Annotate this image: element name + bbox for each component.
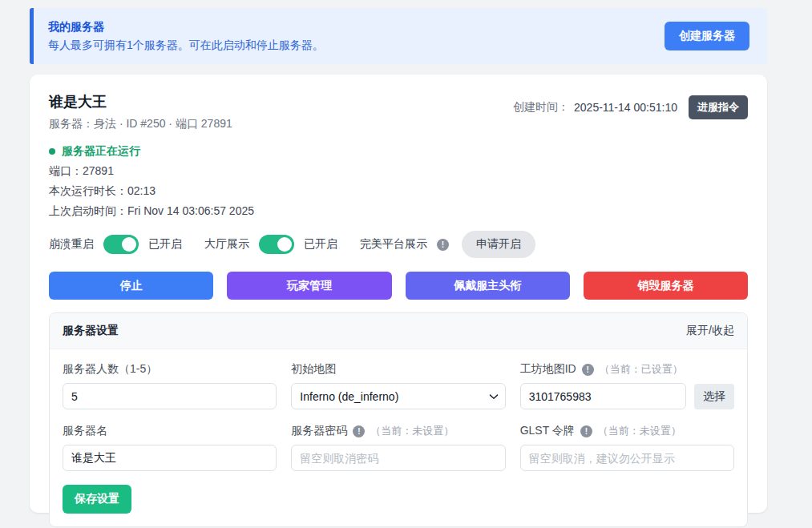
banner-text: 我的服务器 每人最多可拥有1个服务器。可在此启动和停止服务器。 [48, 20, 324, 53]
crash-restart-label: 崩溃重启 [49, 237, 94, 252]
destroy-server-button[interactable]: 销毁服务器 [584, 272, 748, 300]
server-password-input[interactable] [291, 445, 505, 471]
server-name-label: 服务器名 [63, 424, 107, 438]
toggles-row: 崩溃重启 已开启 大厅展示 已开启 完美平台展示 ! 申请开启 [49, 231, 748, 258]
created-time-label: 创建时间： [513, 100, 569, 115]
crash-restart-toggle[interactable] [103, 235, 139, 254]
players-field: 服务器人数（1-5） [63, 362, 277, 409]
server-card-header: 谁是大王 服务器：身法 · ID #250 · 端口 27891 创建时间： 2… [49, 92, 748, 131]
workshop-map-input[interactable] [520, 383, 686, 409]
glst-token-hint: （当前：未设置） [598, 424, 681, 438]
settings-title: 服务器设置 [63, 324, 119, 338]
save-settings-button[interactable]: 保存设置 [63, 485, 131, 514]
server-password-field: 服务器密码 ! （当前：未设置） [291, 424, 505, 471]
server-status-row: 服务器正在运行 [49, 144, 748, 159]
initial-map-select[interactable]: Inferno (de_inferno) [291, 383, 505, 409]
glst-token-input[interactable] [520, 445, 734, 471]
settings-form-grid: 服务器人数（1-5） 初始地图 Inferno (de_inferno) [63, 362, 734, 471]
glst-token-info-icon[interactable]: ! [580, 425, 592, 437]
perfect-platform-label: 完美平台展示 [360, 237, 427, 252]
workshop-map-info-icon[interactable]: ! [582, 364, 594, 376]
join-command-button[interactable]: 进服指令 [689, 95, 748, 119]
status-text: 服务器正在运行 [62, 144, 140, 159]
crash-restart-state: 已开启 [148, 237, 182, 252]
server-password-label: 服务器密码 [291, 424, 347, 438]
glst-token-field: GLST 令牌 ! （当前：未设置） [520, 424, 734, 471]
server-meta: 服务器：身法 · ID #250 · 端口 27891 [49, 117, 232, 131]
choose-map-button[interactable]: 选择 [694, 384, 734, 409]
server-settings-card: 服务器设置 展开/收起 服务器人数（1-5） 初始地图 [49, 312, 748, 527]
players-input[interactable] [63, 383, 277, 409]
expand-collapse-link[interactable]: 展开/收起 [686, 324, 734, 338]
initial-map-label: 初始地图 [291, 362, 336, 377]
toggle-knob [277, 237, 292, 252]
create-server-button[interactable]: 创建服务器 [665, 22, 749, 50]
initial-map-field: 初始地图 Inferno (de_inferno) [291, 362, 505, 409]
players-label: 服务器人数（1-5） [63, 362, 157, 377]
server-password-hint: （当前：未设置） [370, 424, 454, 438]
created-time-value: 2025-11-14 00:51:10 [574, 101, 677, 114]
lobby-display-label: 大厅展示 [204, 237, 249, 252]
stop-server-button[interactable]: 停止 [49, 272, 213, 300]
lobby-display-state: 已开启 [304, 237, 337, 252]
uptime-line: 本次运行时长：02:13 [49, 184, 748, 199]
lobby-display-toggle[interactable] [259, 235, 294, 254]
server-name-input[interactable] [63, 445, 277, 471]
apply-enable-button[interactable]: 申请开启 [462, 231, 535, 258]
server-card: 谁是大王 服务器：身法 · ID #250 · 端口 27891 创建时间： 2… [30, 75, 767, 513]
settings-body: 服务器人数（1-5） 初始地图 Inferno (de_inferno) [50, 349, 747, 526]
perfect-platform-info-icon[interactable]: ! [437, 239, 449, 251]
action-buttons-row: 停止 玩家管理 佩戴服主头衔 销毁服务器 [49, 272, 748, 300]
server-password-info-icon[interactable]: ! [353, 425, 365, 437]
settings-header: 服务器设置 展开/收起 [50, 313, 747, 349]
banner-subtitle: 每人最多可拥有1个服务器。可在此启动和停止服务器。 [48, 38, 324, 53]
last-start-line: 上次启动时间：Fri Nov 14 03:06:57 2025 [49, 204, 748, 219]
created-time-row: 创建时间： 2025-11-14 00:51:10 进服指令 [513, 95, 748, 119]
server-name-title: 谁是大王 [49, 92, 232, 111]
wear-owner-title-button[interactable]: 佩戴服主头衔 [406, 272, 570, 300]
workshop-map-label: 工坊地图ID [520, 362, 576, 377]
page: 我的服务器 每人最多可拥有1个服务器。可在此启动和停止服务器。 创建服务器 谁是… [0, 0, 812, 528]
server-name-field: 服务器名 [63, 424, 277, 471]
glst-token-label: GLST 令牌 [520, 424, 575, 438]
toggle-knob [122, 237, 136, 252]
status-dot-icon [49, 148, 55, 155]
player-management-button[interactable]: 玩家管理 [227, 272, 391, 300]
workshop-map-hint: （当前：已设置） [600, 362, 683, 377]
server-identity: 谁是大王 服务器：身法 · ID #250 · 端口 27891 [49, 92, 232, 131]
workshop-map-field: 工坊地图ID ! （当前：已设置） 选择 [520, 362, 734, 409]
banner-title: 我的服务器 [48, 20, 324, 34]
my-server-banner: 我的服务器 每人最多可拥有1个服务器。可在此启动和停止服务器。 创建服务器 [30, 8, 767, 64]
port-line: 端口：27891 [49, 164, 748, 179]
